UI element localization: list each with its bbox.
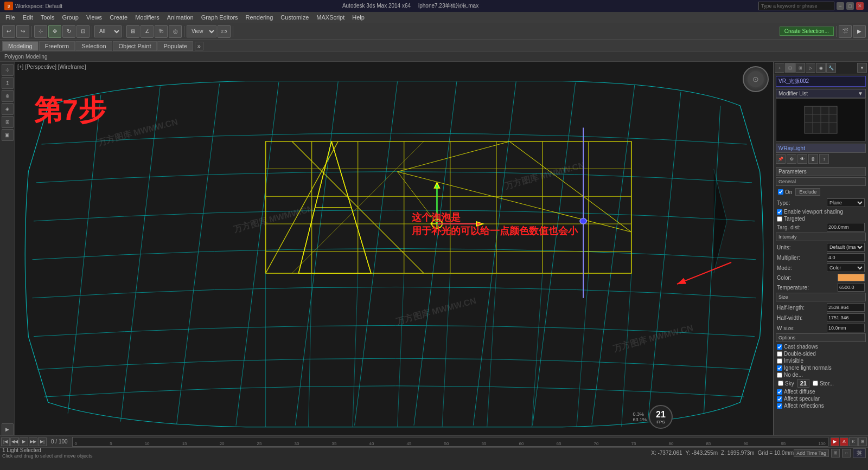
modify-tab[interactable]: ⊟: [785, 63, 795, 73]
left-tool-5[interactable]: ⊞: [2, 116, 14, 128]
left-tool-6[interactable]: ▣: [2, 129, 14, 141]
size-header[interactable]: Size: [776, 293, 866, 301]
display-tab[interactable]: ◉: [816, 63, 826, 73]
type-dropdown[interactable]: Plane: [827, 198, 865, 207]
timeline-slider[interactable]: 0510152025303540455055606570758085909510…: [72, 437, 828, 447]
menu-maxscript[interactable]: MAXScript: [313, 13, 348, 22]
options-header[interactable]: Options: [776, 333, 866, 342]
add-time-tag-button[interactable]: Add Time Tag: [794, 449, 829, 457]
half-length-input[interactable]: [827, 303, 865, 312]
render-btn[interactable]: ▶: [853, 25, 866, 38]
sky-checkbox[interactable]: Sky: [777, 380, 795, 387]
language-indicator[interactable]: 英: [853, 448, 866, 458]
modifier-delete-btn[interactable]: 🗑: [808, 154, 818, 164]
units-dropdown[interactable]: Default (image): [827, 243, 865, 252]
mode-dropdown[interactable]: Color: [827, 263, 865, 272]
play-btn[interactable]: ▶: [20, 437, 28, 446]
targ-dist-input[interactable]: [827, 223, 865, 231]
reference-coord-btn[interactable]: 2.5: [218, 25, 231, 38]
left-tool-3[interactable]: ⊕: [2, 90, 14, 102]
parameters-header[interactable]: Parameters: [776, 167, 866, 176]
cast-shadows-checkbox[interactable]: Cast shadows: [776, 343, 866, 350]
menu-group[interactable]: Group: [59, 13, 82, 22]
modifier-view-btn[interactable]: 👁: [797, 154, 807, 164]
modifier-item[interactable]: \VRayLight: [776, 144, 866, 153]
temperature-input[interactable]: [838, 283, 865, 292]
targeted-checkbox[interactable]: Targeted: [776, 215, 866, 222]
w-size-input[interactable]: [827, 324, 865, 332]
object-name-field[interactable]: VR_光源002: [776, 76, 866, 87]
percent-snap[interactable]: %: [155, 25, 168, 38]
color-swatch[interactable]: [838, 274, 865, 281]
left-tool-2[interactable]: ↥: [2, 77, 14, 89]
angle-snap[interactable]: ∠: [141, 25, 154, 38]
utility-tab[interactable]: 🔧: [826, 63, 836, 73]
store-checkbox[interactable]: Stor...: [812, 380, 835, 387]
spinner-snap[interactable]: ◎: [169, 25, 182, 38]
select-filter-dropdown[interactable]: All: [94, 25, 122, 37]
enable-viewport-shading-checkbox[interactable]: Enable viewport shading: [776, 208, 866, 215]
viewport-nav-2[interactable]: ↔: [842, 449, 851, 458]
left-tool-4[interactable]: ◈: [2, 103, 14, 115]
menu-modifiers[interactable]: Modifiers: [132, 13, 163, 22]
tab-object-paint[interactable]: Object Paint: [113, 41, 157, 51]
create-selection-btn[interactable]: Create Selection...: [780, 27, 834, 36]
pin-icon[interactable]: 📌: [776, 154, 786, 164]
tab-selection[interactable]: Selection: [75, 41, 112, 51]
view-dropdown[interactable]: View: [187, 25, 216, 37]
menu-graph-editors[interactable]: Graph Editors: [198, 13, 241, 22]
affect-diffuse-checkbox[interactable]: Affect diffuse: [776, 388, 866, 395]
menu-customize[interactable]: Customize: [277, 13, 312, 22]
invisible-checkbox[interactable]: Invisible: [776, 357, 866, 364]
key-mode-btn[interactable]: ▶: [831, 437, 839, 446]
panel-options[interactable]: ▼: [857, 63, 867, 73]
auto-key-btn[interactable]: A: [840, 437, 848, 446]
render-setup-btn[interactable]: 🎬: [839, 25, 852, 38]
menu-rendering[interactable]: Rendering: [242, 13, 277, 22]
modifier-options-btn[interactable]: ⚙: [787, 154, 796, 164]
key-filters-btn[interactable]: ⊞: [858, 437, 867, 446]
maximize-button[interactable]: □: [846, 2, 854, 10]
affect-reflections-checkbox[interactable]: Affect reflections: [776, 402, 866, 409]
rotate-button[interactable]: ↻: [62, 25, 75, 38]
select-button[interactable]: ⊹: [34, 25, 47, 38]
menu-file[interactable]: File: [2, 13, 18, 22]
minimize-button[interactable]: −: [837, 2, 844, 10]
scale-button[interactable]: ⊡: [76, 25, 90, 38]
next-key-btn[interactable]: ▶▶: [29, 437, 37, 446]
menu-animation[interactable]: Animation: [164, 13, 197, 22]
menu-views[interactable]: Views: [83, 13, 105, 22]
tab-freeform[interactable]: Freeform: [39, 41, 75, 51]
hierarchy-tab[interactable]: ⊞: [795, 63, 805, 73]
modifier-move-btn[interactable]: ↕: [819, 154, 829, 164]
close-button[interactable]: ✕: [856, 2, 864, 10]
general-header[interactable]: General: [776, 177, 866, 186]
ignore-light-normals-checkbox[interactable]: Ignore light normals: [776, 364, 866, 371]
exclude-button[interactable]: Exclude: [795, 188, 820, 196]
navigation-widget[interactable]: ⊙: [743, 66, 769, 92]
prev-key-btn[interactable]: ◀◀: [10, 437, 19, 446]
left-tool-1[interactable]: ⊹: [2, 64, 14, 76]
double-sided-checkbox[interactable]: Double-sided: [776, 350, 866, 357]
half-width-input[interactable]: [827, 313, 865, 322]
intensity-header[interactable]: Intensity: [776, 233, 866, 241]
search-input[interactable]: [758, 2, 834, 10]
more-tabs-btn[interactable]: »: [195, 42, 203, 50]
undo-button[interactable]: ↩: [2, 25, 15, 38]
motion-tab[interactable]: ▷: [806, 63, 815, 73]
set-key-btn[interactable]: K: [849, 437, 858, 446]
modifier-list-header[interactable]: Modifier List ▼: [776, 89, 866, 98]
menu-help[interactable]: Help: [349, 13, 368, 22]
tab-modeling[interactable]: Modeling: [2, 41, 39, 51]
menu-tools[interactable]: Tools: [37, 13, 58, 22]
multiplier-input[interactable]: [827, 253, 865, 262]
viewport-nav-1[interactable]: ⊞: [831, 449, 840, 458]
menu-create[interactable]: Create: [106, 13, 131, 22]
prev-frame-btn[interactable]: |◀: [1, 437, 10, 446]
create-tab[interactable]: +: [775, 63, 784, 73]
menu-edit[interactable]: Edit: [20, 13, 36, 22]
left-tool-bottom[interactable]: ▶: [2, 423, 14, 435]
no-decay-checkbox[interactable]: No de...: [776, 371, 866, 378]
tab-populate[interactable]: Populate: [157, 41, 193, 51]
viewport-3d[interactable]: [+] [Perspective] [Wireframe] ⊙ 第7步 这个泡泡…: [15, 62, 773, 435]
